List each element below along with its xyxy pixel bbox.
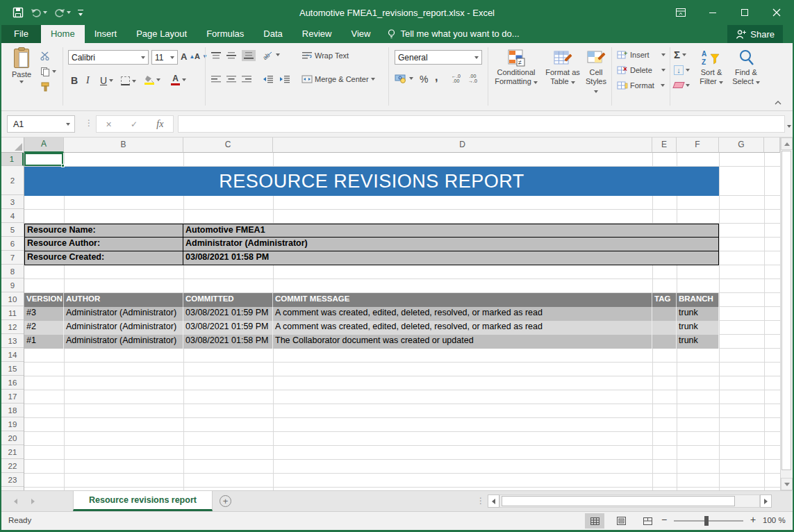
revision-cell[interactable]: A comment was created, edited, deleted, … [273, 307, 652, 321]
select-all-corner[interactable] [1, 138, 24, 153]
tab-data[interactable]: Data [254, 25, 292, 43]
tab-home[interactable]: Home [41, 25, 85, 43]
font-size-combo[interactable]: 11 [151, 50, 178, 65]
row-header-10[interactable]: 10 [1, 293, 24, 306]
row-header-6[interactable]: 6 [1, 238, 24, 251]
row-header-18[interactable]: 18 [1, 404, 24, 417]
horizontal-scroll-thumb[interactable] [502, 496, 735, 506]
info-label[interactable]: Resource Author: [24, 238, 183, 251]
format-painter-button[interactable] [40, 82, 51, 92]
row-header-13[interactable]: 13 [1, 335, 24, 348]
cell-grid[interactable]: RESOURCE REVISIONS REPORTResource Name:A… [24, 153, 780, 490]
underline-button[interactable]: U [100, 75, 113, 86]
comma-style-button[interactable]: , [435, 71, 438, 83]
ribbon-display-options-button[interactable] [665, 0, 697, 25]
revision-cell[interactable]: trunk [677, 307, 719, 321]
hscroll-right-button[interactable] [760, 494, 772, 508]
tab-file[interactable]: File [1, 25, 41, 43]
fill-color-menu-arrow[interactable] [156, 78, 160, 81]
formula-bar-divider[interactable]: ⋮ [85, 118, 93, 128]
revision-cell[interactable]: Administrator (Administrator) [64, 335, 183, 349]
row-header-5[interactable]: 5 [1, 224, 24, 237]
qat-customize-button[interactable] [78, 10, 83, 16]
wrap-text-button[interactable]: Wrap Text [301, 51, 349, 60]
column-header-D[interactable]: D [273, 138, 652, 153]
tabbar-divider[interactable]: ⋮ [477, 496, 485, 506]
info-label[interactable]: Resource Name: [24, 224, 183, 238]
new-sheet-button[interactable]: + [220, 495, 231, 507]
sheet-tab-active[interactable]: Resource revisions report [73, 491, 213, 511]
revision-cell[interactable]: 03/08/2021 01:58 PM [183, 335, 273, 349]
revision-cell[interactable] [652, 335, 677, 349]
orientation-button[interactable]: ab [263, 50, 280, 60]
revision-cell[interactable]: The Collaborator document was created or… [273, 335, 652, 349]
revision-cell[interactable]: #1 [24, 335, 64, 349]
save-button[interactable] [13, 7, 24, 18]
revision-cell[interactable]: trunk [677, 321, 719, 335]
column-header-B[interactable]: B [64, 138, 183, 153]
autosum-button[interactable]: Σ [674, 49, 686, 60]
tab-review[interactable]: Review [292, 25, 342, 43]
underline-menu-arrow[interactable] [109, 79, 113, 82]
align-right-button[interactable] [242, 75, 251, 83]
next-sheet-button[interactable] [31, 499, 35, 504]
cell-styles-button[interactable]: Cell Styles [584, 49, 609, 95]
insert-cells-button[interactable]: + Insert [617, 50, 665, 59]
page-layout-view-button[interactable] [611, 513, 631, 529]
zoom-level[interactable]: 100 % [763, 516, 786, 524]
paste-menu-arrow[interactable] [19, 81, 24, 83]
info-value[interactable]: Administrator (Administrator) [183, 238, 719, 251]
formula-input[interactable] [178, 115, 785, 133]
delete-cells-menu-arrow[interactable] [661, 69, 665, 72]
row-header-9[interactable]: 9 [1, 279, 24, 292]
horizontal-scrollbar[interactable] [499, 494, 760, 508]
undo-button[interactable] [31, 8, 47, 17]
revision-header-cell[interactable]: TAG [652, 293, 677, 307]
align-center-button[interactable] [226, 75, 236, 83]
minimize-button[interactable] [697, 0, 729, 25]
column-header-E[interactable]: E [652, 138, 677, 153]
revision-cell[interactable]: #3 [24, 307, 64, 321]
row-header-11[interactable]: 11 [1, 307, 24, 320]
font-color-button[interactable]: A [171, 74, 186, 85]
increase-indent-button[interactable] [279, 75, 290, 83]
revision-cell[interactable] [652, 321, 677, 335]
tab-formulas[interactable]: Formulas [197, 25, 254, 43]
fill-color-button[interactable] [144, 75, 160, 85]
clear-button[interactable] [674, 82, 690, 88]
zoom-in-button[interactable]: + [750, 514, 756, 525]
row-header-3[interactable]: 3 [1, 196, 24, 209]
increase-font-button[interactable]: A▲ [181, 51, 195, 62]
insert-cells-menu-arrow[interactable] [661, 53, 665, 56]
name-box[interactable]: A1 [7, 115, 75, 133]
autosum-menu-arrow[interactable] [682, 53, 686, 56]
revision-header-cell[interactable]: COMMITTED [183, 293, 273, 307]
revision-header-cell[interactable]: COMMIT MESSAGE [273, 293, 652, 307]
copy-button[interactable] [40, 67, 56, 76]
row-header-22[interactable]: 22 [1, 460, 24, 473]
merge-center-button[interactable]: Merge & Center [301, 75, 375, 83]
row-header-8[interactable]: 8 [1, 265, 24, 279]
row-header-2[interactable]: 2 [1, 167, 24, 195]
row-header-4[interactable]: 4 [1, 210, 24, 223]
conditional-formatting-button[interactable]: ≠ Conditional Formatting [492, 49, 540, 86]
normal-view-button[interactable] [585, 513, 604, 529]
name-box-arrow[interactable] [66, 123, 70, 126]
revision-header-cell[interactable]: AUTHOR [64, 293, 183, 307]
bold-button[interactable]: B [71, 75, 78, 86]
merge-center-menu-arrow[interactable] [371, 78, 375, 81]
zoom-slider-thumb[interactable] [704, 516, 709, 526]
cut-button[interactable] [40, 51, 51, 60]
row-header-15[interactable]: 15 [1, 363, 24, 376]
borders-menu-arrow[interactable] [132, 80, 136, 83]
page-break-preview-button[interactable] [638, 513, 657, 529]
info-label[interactable]: Resource Created: [24, 251, 183, 265]
redo-button[interactable] [54, 8, 71, 17]
font-family-combo[interactable]: Calibri [68, 50, 149, 65]
row-header-1[interactable]: 1 [1, 153, 24, 166]
accounting-format-button[interactable] [395, 74, 413, 83]
copy-menu-arrow[interactable] [52, 70, 56, 73]
close-button[interactable] [761, 0, 793, 25]
undo-menu-arrow[interactable] [43, 11, 47, 14]
decrease-font-button[interactable]: A▼ [195, 52, 208, 60]
